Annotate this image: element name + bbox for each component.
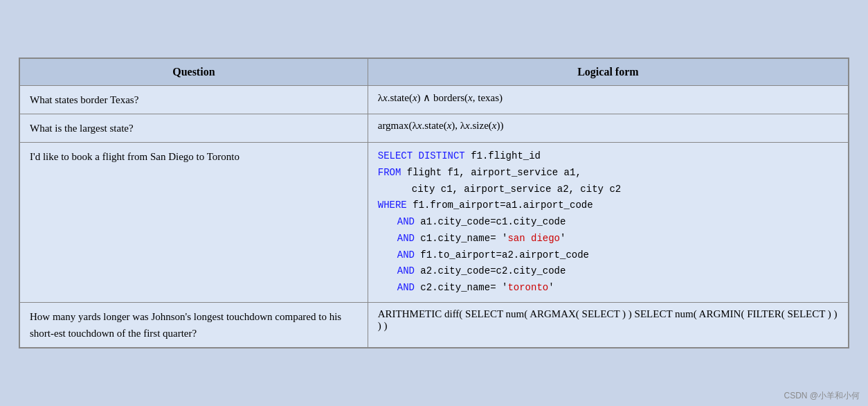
sql-keyword-where: WHERE xyxy=(378,200,407,211)
sql-text-4: f1.from_airport=a1.airport_code xyxy=(407,200,593,211)
sql-keyword-and-4: AND xyxy=(397,265,415,276)
question-text: What states border Texas? xyxy=(30,94,138,105)
header-logical-form: Logical form xyxy=(368,58,848,85)
main-table-container: Question Logical form What states border… xyxy=(19,58,849,348)
sql-line-7: AND f1.to_airport=a2.airport_code xyxy=(378,247,838,264)
sql-text-3: city c1, airport_service a2, city c2 xyxy=(412,184,621,195)
header-question: Question xyxy=(20,58,368,85)
question-text: How many yards longer was Johnson's long… xyxy=(30,311,341,339)
table-row: I'd like to book a flight from San Diego… xyxy=(20,142,849,302)
question-text: I'd like to book a flight from San Diego… xyxy=(30,151,239,162)
sql-line-4: WHERE f1.from_airport=a1.airport_code xyxy=(378,197,838,214)
sql-text-2: flight f1, airport_service a1, xyxy=(401,167,581,178)
logical-form-johnson: ARITHMETIC diff( SELECT num( ARGMAX( SEL… xyxy=(368,303,848,348)
data-table: Question Logical form What states border… xyxy=(19,58,849,348)
question-flight: I'd like to book a flight from San Diego… xyxy=(20,142,368,302)
table-row: How many yards longer was Johnson's long… xyxy=(20,303,849,348)
sql-line-6: AND c1.city_name= 'san diego' xyxy=(378,231,838,247)
question-states: What states border Texas? xyxy=(20,85,368,114)
sql-text-1: f1.flight_id xyxy=(465,150,541,161)
table-row: What states border Texas? λx.state(x) ∧ … xyxy=(20,85,849,114)
sql-line-1: SELECT DISTINCT f1.flight_id xyxy=(378,148,838,165)
sql-line-5: AND a1.city_code=c1.city_code xyxy=(378,214,838,231)
arithmetic-formula: ARITHMETIC diff( SELECT num( ARGMAX( SEL… xyxy=(378,308,838,331)
logical-form-states: λx.state(x) ∧ borders(x, texas) xyxy=(368,85,848,114)
sql-keyword-select-distinct: SELECT DISTINCT xyxy=(378,150,465,161)
sql-keyword-from: FROM xyxy=(378,167,401,178)
sql-keyword-and-5: AND xyxy=(397,282,415,293)
sql-text-9b: ' xyxy=(548,282,554,293)
sql-text-8: a2.city_code=c2.city_code xyxy=(415,265,566,276)
sql-line-2: FROM flight f1, airport_service a1, xyxy=(378,165,838,182)
sql-line-8: AND a2.city_code=c2.city_code xyxy=(378,263,838,280)
question-text: What is the largest state? xyxy=(30,123,134,134)
sql-line-3: city c1, airport_service a2, city c2 xyxy=(378,182,838,198)
math-formula-states: λx.state(x) ∧ borders(x, texas) xyxy=(378,92,503,103)
sql-text-5: a1.city_code=c1.city_code xyxy=(415,216,566,227)
sql-text-7: f1.to_airport=a2.airport_code xyxy=(415,249,589,261)
sql-value-san-diego: san diego xyxy=(507,233,560,244)
math-formula-largest: argmax(λx.state(x), λx.size(x)) xyxy=(378,120,504,131)
header-row: Question Logical form xyxy=(20,58,849,85)
watermark: CSDN @小羊和小何 xyxy=(784,390,860,402)
sql-keyword-and-3: AND xyxy=(397,249,415,261)
question-largest: What is the largest state? xyxy=(20,114,368,142)
sql-keyword-and-1: AND xyxy=(397,216,415,227)
logical-form-flight: SELECT DISTINCT f1.flight_id FROM flight… xyxy=(368,142,848,302)
table-row: What is the largest state? argmax(λx.sta… xyxy=(20,114,849,142)
sql-text-6b: ' xyxy=(560,233,566,244)
question-johnson: How many yards longer was Johnson's long… xyxy=(20,303,368,348)
sql-text-6a: c1.city_name= ' xyxy=(415,233,507,244)
sql-keyword-and-2: AND xyxy=(397,233,415,244)
sql-text-9a: c2.city_name= ' xyxy=(415,282,507,293)
logical-form-largest: argmax(λx.state(x), λx.size(x)) xyxy=(368,114,848,142)
sql-value-toronto: toronto xyxy=(507,282,548,293)
sql-line-9: AND c2.city_name= 'toronto' xyxy=(378,280,838,297)
